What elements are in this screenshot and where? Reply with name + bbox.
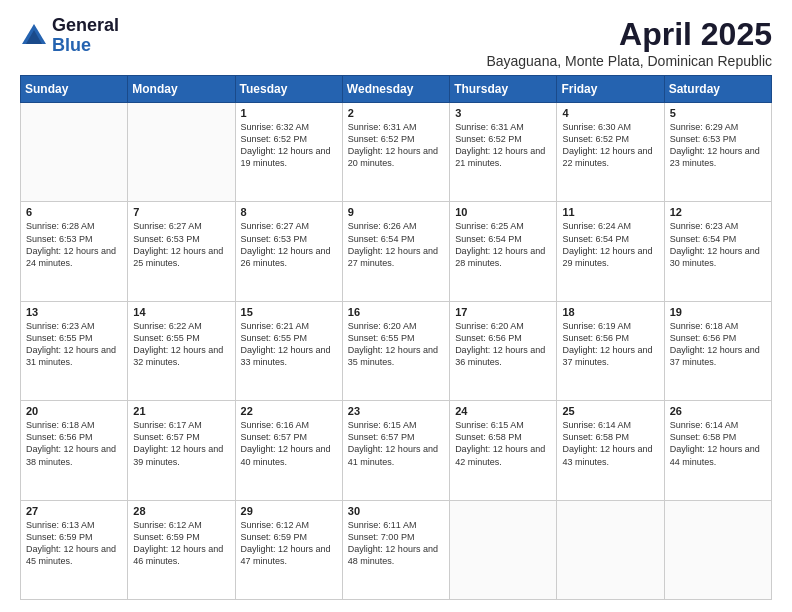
header-sunday: Sunday: [21, 76, 128, 103]
calendar-cell: 20Sunrise: 6:18 AM Sunset: 6:56 PM Dayli…: [21, 401, 128, 500]
day-number: 17: [455, 306, 551, 318]
logo-blue: Blue: [52, 36, 119, 56]
calendar-cell: 6Sunrise: 6:28 AM Sunset: 6:53 PM Daylig…: [21, 202, 128, 301]
logo-text: General Blue: [52, 16, 119, 56]
calendar-cell: [664, 500, 771, 599]
day-info: Sunrise: 6:13 AM Sunset: 6:59 PM Dayligh…: [26, 519, 122, 568]
calendar-cell: 18Sunrise: 6:19 AM Sunset: 6:56 PM Dayli…: [557, 301, 664, 400]
day-info: Sunrise: 6:29 AM Sunset: 6:53 PM Dayligh…: [670, 121, 766, 170]
day-info: Sunrise: 6:18 AM Sunset: 6:56 PM Dayligh…: [670, 320, 766, 369]
day-info: Sunrise: 6:14 AM Sunset: 6:58 PM Dayligh…: [562, 419, 658, 468]
page: General Blue April 2025 Bayaguana, Monte…: [0, 0, 792, 612]
calendar-cell: 5Sunrise: 6:29 AM Sunset: 6:53 PM Daylig…: [664, 103, 771, 202]
day-info: Sunrise: 6:27 AM Sunset: 6:53 PM Dayligh…: [241, 220, 337, 269]
day-number: 18: [562, 306, 658, 318]
week-row-0: 1Sunrise: 6:32 AM Sunset: 6:52 PM Daylig…: [21, 103, 772, 202]
calendar-cell: 30Sunrise: 6:11 AM Sunset: 7:00 PM Dayli…: [342, 500, 449, 599]
week-row-2: 13Sunrise: 6:23 AM Sunset: 6:55 PM Dayli…: [21, 301, 772, 400]
week-row-4: 27Sunrise: 6:13 AM Sunset: 6:59 PM Dayli…: [21, 500, 772, 599]
day-number: 11: [562, 206, 658, 218]
day-number: 25: [562, 405, 658, 417]
calendar-cell: 29Sunrise: 6:12 AM Sunset: 6:59 PM Dayli…: [235, 500, 342, 599]
day-info: Sunrise: 6:17 AM Sunset: 6:57 PM Dayligh…: [133, 419, 229, 468]
calendar-cell: [450, 500, 557, 599]
day-number: 1: [241, 107, 337, 119]
day-number: 29: [241, 505, 337, 517]
day-info: Sunrise: 6:23 AM Sunset: 6:54 PM Dayligh…: [670, 220, 766, 269]
location-subtitle: Bayaguana, Monte Plata, Dominican Republ…: [486, 53, 772, 69]
day-number: 4: [562, 107, 658, 119]
calendar-cell: [557, 500, 664, 599]
day-number: 21: [133, 405, 229, 417]
day-number: 6: [26, 206, 122, 218]
logo-general: General: [52, 16, 119, 36]
calendar-cell: 26Sunrise: 6:14 AM Sunset: 6:58 PM Dayli…: [664, 401, 771, 500]
calendar-cell: [128, 103, 235, 202]
calendar-cell: 17Sunrise: 6:20 AM Sunset: 6:56 PM Dayli…: [450, 301, 557, 400]
calendar-cell: 7Sunrise: 6:27 AM Sunset: 6:53 PM Daylig…: [128, 202, 235, 301]
calendar-cell: 8Sunrise: 6:27 AM Sunset: 6:53 PM Daylig…: [235, 202, 342, 301]
calendar-cell: 14Sunrise: 6:22 AM Sunset: 6:55 PM Dayli…: [128, 301, 235, 400]
calendar-cell: 19Sunrise: 6:18 AM Sunset: 6:56 PM Dayli…: [664, 301, 771, 400]
day-info: Sunrise: 6:31 AM Sunset: 6:52 PM Dayligh…: [348, 121, 444, 170]
header-friday: Friday: [557, 76, 664, 103]
calendar-cell: 4Sunrise: 6:30 AM Sunset: 6:52 PM Daylig…: [557, 103, 664, 202]
day-number: 3: [455, 107, 551, 119]
day-info: Sunrise: 6:12 AM Sunset: 6:59 PM Dayligh…: [241, 519, 337, 568]
calendar-cell: 11Sunrise: 6:24 AM Sunset: 6:54 PM Dayli…: [557, 202, 664, 301]
day-info: Sunrise: 6:18 AM Sunset: 6:56 PM Dayligh…: [26, 419, 122, 468]
calendar-cell: 12Sunrise: 6:23 AM Sunset: 6:54 PM Dayli…: [664, 202, 771, 301]
day-info: Sunrise: 6:20 AM Sunset: 6:56 PM Dayligh…: [455, 320, 551, 369]
day-number: 7: [133, 206, 229, 218]
calendar-cell: 9Sunrise: 6:26 AM Sunset: 6:54 PM Daylig…: [342, 202, 449, 301]
week-row-3: 20Sunrise: 6:18 AM Sunset: 6:56 PM Dayli…: [21, 401, 772, 500]
calendar-cell: 13Sunrise: 6:23 AM Sunset: 6:55 PM Dayli…: [21, 301, 128, 400]
day-number: 23: [348, 405, 444, 417]
day-info: Sunrise: 6:14 AM Sunset: 6:58 PM Dayligh…: [670, 419, 766, 468]
day-info: Sunrise: 6:23 AM Sunset: 6:55 PM Dayligh…: [26, 320, 122, 369]
header: General Blue April 2025 Bayaguana, Monte…: [20, 16, 772, 69]
day-number: 10: [455, 206, 551, 218]
calendar-cell: 10Sunrise: 6:25 AM Sunset: 6:54 PM Dayli…: [450, 202, 557, 301]
calendar: SundayMondayTuesdayWednesdayThursdayFrid…: [20, 75, 772, 600]
header-saturday: Saturday: [664, 76, 771, 103]
calendar-cell: 22Sunrise: 6:16 AM Sunset: 6:57 PM Dayli…: [235, 401, 342, 500]
calendar-cell: 21Sunrise: 6:17 AM Sunset: 6:57 PM Dayli…: [128, 401, 235, 500]
day-number: 2: [348, 107, 444, 119]
day-number: 20: [26, 405, 122, 417]
day-info: Sunrise: 6:19 AM Sunset: 6:56 PM Dayligh…: [562, 320, 658, 369]
calendar-cell: 27Sunrise: 6:13 AM Sunset: 6:59 PM Dayli…: [21, 500, 128, 599]
day-info: Sunrise: 6:31 AM Sunset: 6:52 PM Dayligh…: [455, 121, 551, 170]
calendar-cell: 2Sunrise: 6:31 AM Sunset: 6:52 PM Daylig…: [342, 103, 449, 202]
calendar-cell: 3Sunrise: 6:31 AM Sunset: 6:52 PM Daylig…: [450, 103, 557, 202]
day-info: Sunrise: 6:24 AM Sunset: 6:54 PM Dayligh…: [562, 220, 658, 269]
header-thursday: Thursday: [450, 76, 557, 103]
logo: General Blue: [20, 16, 119, 56]
header-tuesday: Tuesday: [235, 76, 342, 103]
calendar-cell: 25Sunrise: 6:14 AM Sunset: 6:58 PM Dayli…: [557, 401, 664, 500]
day-number: 14: [133, 306, 229, 318]
header-monday: Monday: [128, 76, 235, 103]
logo-icon: [20, 22, 48, 50]
day-info: Sunrise: 6:15 AM Sunset: 6:58 PM Dayligh…: [455, 419, 551, 468]
day-info: Sunrise: 6:28 AM Sunset: 6:53 PM Dayligh…: [26, 220, 122, 269]
day-info: Sunrise: 6:32 AM Sunset: 6:52 PM Dayligh…: [241, 121, 337, 170]
day-number: 24: [455, 405, 551, 417]
day-number: 19: [670, 306, 766, 318]
day-number: 9: [348, 206, 444, 218]
calendar-cell: 28Sunrise: 6:12 AM Sunset: 6:59 PM Dayli…: [128, 500, 235, 599]
header-wednesday: Wednesday: [342, 76, 449, 103]
month-title: April 2025: [486, 16, 772, 53]
day-info: Sunrise: 6:21 AM Sunset: 6:55 PM Dayligh…: [241, 320, 337, 369]
day-number: 28: [133, 505, 229, 517]
day-info: Sunrise: 6:11 AM Sunset: 7:00 PM Dayligh…: [348, 519, 444, 568]
calendar-cell: 23Sunrise: 6:15 AM Sunset: 6:57 PM Dayli…: [342, 401, 449, 500]
day-number: 5: [670, 107, 766, 119]
day-info: Sunrise: 6:12 AM Sunset: 6:59 PM Dayligh…: [133, 519, 229, 568]
day-info: Sunrise: 6:26 AM Sunset: 6:54 PM Dayligh…: [348, 220, 444, 269]
day-info: Sunrise: 6:27 AM Sunset: 6:53 PM Dayligh…: [133, 220, 229, 269]
calendar-cell: 1Sunrise: 6:32 AM Sunset: 6:52 PM Daylig…: [235, 103, 342, 202]
day-info: Sunrise: 6:20 AM Sunset: 6:55 PM Dayligh…: [348, 320, 444, 369]
day-number: 13: [26, 306, 122, 318]
day-number: 8: [241, 206, 337, 218]
